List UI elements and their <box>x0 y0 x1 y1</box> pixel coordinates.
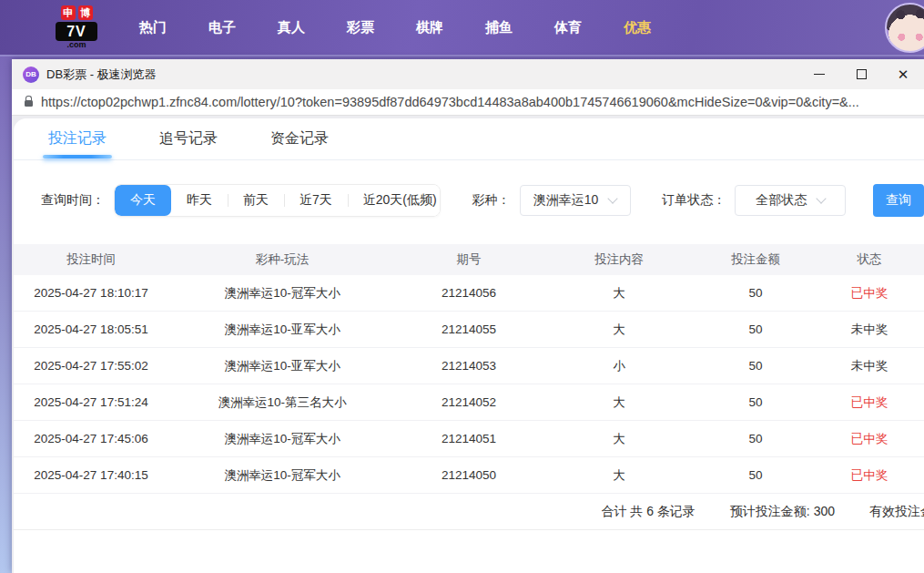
nav-item-fishing[interactable]: 捕鱼 <box>472 0 526 56</box>
table-row: 2025-04-27 18:05:51 澳洲幸运10-亚军大小 21214055… <box>14 312 924 348</box>
cell-game: 澳洲幸运10-冠军大小 <box>168 285 396 302</box>
summary-valid-amount: 有效投注金额 <box>869 504 924 520</box>
chevron-down-icon <box>817 193 827 203</box>
table-header-row: 投注时间 彩种-玩法 期号 投注内容 投注金额 状态 <box>14 244 924 275</box>
cell-issue: 21214053 <box>396 359 542 373</box>
time-option-today[interactable]: 今天 <box>115 185 171 216</box>
cell-amount: 50 <box>696 286 815 300</box>
status-filter-label: 订单状态： <box>662 192 726 209</box>
status-badge: 已中奖 <box>815 431 924 447</box>
time-option-20days[interactable]: 近20天(低频) <box>348 185 441 216</box>
status-badge: 未中奖 <box>815 322 924 338</box>
col-header-issue: 期号 <box>396 251 542 268</box>
cell-game: 澳洲幸运10-冠军大小 <box>168 467 396 484</box>
logo-com: .com <box>66 40 86 49</box>
tab-fund-records[interactable]: 资金记录 <box>270 118 329 160</box>
nav-item-slots[interactable]: 电子 <box>195 0 249 56</box>
page-content: 投注记录 追号记录 资金记录 查询时间： 今天 <box>12 116 924 573</box>
cell-content: 大 <box>542 285 696 302</box>
col-header-time: 投注时间 <box>14 251 168 268</box>
lottery-select-value: 澳洲幸运10 <box>533 192 599 209</box>
time-option-7days[interactable]: 近7天 <box>284 185 348 216</box>
cell-issue: 21214055 <box>396 322 542 336</box>
tab-label: 追号记录 <box>159 130 218 146</box>
order-status-select[interactable]: 全部状态 <box>735 185 846 216</box>
nav-item-lottery[interactable]: 彩票 <box>333 0 388 56</box>
cell-issue: 21214052 <box>396 395 542 409</box>
close-icon: ✕ <box>898 67 909 81</box>
status-badge: 已中奖 <box>815 394 924 411</box>
table-row: 2025-04-27 17:55:02 澳洲幸运10-亚军大小 21214053… <box>14 348 924 384</box>
records-tabbar: 投注记录 追号记录 资金记录 <box>14 118 924 160</box>
tab-bet-records[interactable]: 投注记录 <box>48 118 107 160</box>
window-titlebar[interactable]: DB DB彩票 - 极速浏览器 ✕ <box>12 59 924 89</box>
status-badge: 已中奖 <box>815 285 924 302</box>
url-text[interactable]: https://ctop02pchwp1.zfnc84.com/lottery/… <box>41 95 859 109</box>
cell-amount: 50 <box>696 395 815 409</box>
logo-text: 7V <box>56 22 97 41</box>
table-row: 2025-04-27 17:40:15 澳洲幸运10-冠军大小 21214050… <box>14 457 924 494</box>
close-button[interactable]: ✕ <box>882 59 924 89</box>
nav-item-hot[interactable]: 热门 <box>126 0 180 56</box>
cell-game: 澳洲幸运10-冠军大小 <box>168 431 396 447</box>
col-header-content: 投注内容 <box>542 251 696 268</box>
table-row: 2025-04-27 17:51:24 澳洲幸运10-第三名大小 2121405… <box>14 384 924 421</box>
cell-time: 2025-04-27 18:10:17 <box>14 286 168 300</box>
cell-game: 澳洲幸运10-亚军大小 <box>168 322 396 338</box>
cell-game: 澳洲幸运10-亚军大小 <box>168 358 396 374</box>
chevron-down-icon <box>608 193 618 203</box>
summary-expected: 预计投注金额: 300 <box>730 504 835 520</box>
filter-row: 查询时间： 今天 昨天 前天 近7天 近20天(低频) 彩种： 澳洲幸运10 <box>41 184 924 217</box>
cell-issue: 21214050 <box>396 468 542 482</box>
minimize-icon <box>814 74 825 76</box>
time-option-yesterday[interactable]: 昨天 <box>171 185 228 216</box>
logo-badge-1: 申 <box>61 5 76 20</box>
tab-chase-records[interactable]: 追号记录 <box>159 118 218 160</box>
lock-icon <box>25 100 33 107</box>
cell-time: 2025-04-27 17:40:15 <box>14 468 168 482</box>
cell-content: 小 <box>542 358 696 374</box>
maximize-icon <box>857 69 867 79</box>
nav-item-sports[interactable]: 体育 <box>541 0 595 56</box>
screen: 申 博 7V .com 热门 电子 真人 彩票 棋牌 捕鱼 体育 优惠 DB D… <box>0 0 924 573</box>
cell-time: 2025-04-27 18:05:51 <box>14 322 168 336</box>
lottery-filter-label: 彩种： <box>472 192 511 209</box>
url-bar[interactable]: https://ctop02pchwp1.zfnc84.com/lottery/… <box>12 89 924 116</box>
window-title: DB彩票 - 极速浏览器 <box>46 67 157 83</box>
nav-item-cards[interactable]: 棋牌 <box>402 0 457 56</box>
cell-time: 2025-04-27 17:55:02 <box>14 359 168 373</box>
window-controls: ✕ <box>798 59 924 89</box>
col-header-amount: 投注金额 <box>696 251 815 268</box>
col-header-status: 状态 <box>815 251 924 268</box>
user-avatar[interactable] <box>885 3 924 53</box>
cell-amount: 50 <box>696 322 815 336</box>
nav-item-promo[interactable]: 优惠 <box>610 0 665 56</box>
site-logo[interactable]: 申 博 7V .com <box>51 5 102 49</box>
browser-window: DB DB彩票 - 极速浏览器 ✕ https://ctop02pchwp1.z… <box>12 59 924 573</box>
tab-label: 资金记录 <box>270 130 329 146</box>
col-header-game: 彩种-玩法 <box>168 251 396 268</box>
lottery-select[interactable]: 澳洲幸运10 <box>520 185 631 216</box>
cell-issue: 21214051 <box>396 432 542 445</box>
tab-label: 投注记录 <box>48 130 107 146</box>
time-filter-label: 查询时间： <box>41 192 105 209</box>
browser-favicon-icon: DB <box>23 67 39 83</box>
summary-total: 合计 共 6 条记录 <box>601 504 695 520</box>
cell-game: 澳洲幸运10-第三名大小 <box>168 394 396 411</box>
minimize-button[interactable] <box>798 59 840 89</box>
bet-records-table: 投注时间 彩种-玩法 期号 投注内容 投注金额 状态 2025-04-27 18… <box>14 244 924 530</box>
table-summary-row: 合计 共 6 条记录 预计投注金额: 300 有效投注金额 <box>14 494 924 530</box>
cell-content: 大 <box>542 431 696 447</box>
time-range-group: 今天 昨天 前天 近7天 近20天(低频) <box>114 184 441 217</box>
query-button[interactable]: 查询 <box>873 184 924 217</box>
cell-time: 2025-04-27 17:45:06 <box>14 432 168 445</box>
site-nav: 热门 电子 真人 彩票 棋牌 捕鱼 体育 优惠 <box>118 0 672 56</box>
cell-issue: 21214056 <box>396 286 542 300</box>
cell-content: 大 <box>542 322 696 338</box>
order-status-value: 全部状态 <box>756 192 807 209</box>
maximize-button[interactable] <box>840 59 882 89</box>
time-option-daybefore[interactable]: 前天 <box>228 185 284 216</box>
records-card: 投注记录 追号记录 资金记录 查询时间： 今天 <box>14 118 924 573</box>
status-badge: 未中奖 <box>815 358 924 374</box>
nav-item-live[interactable]: 真人 <box>264 0 319 56</box>
